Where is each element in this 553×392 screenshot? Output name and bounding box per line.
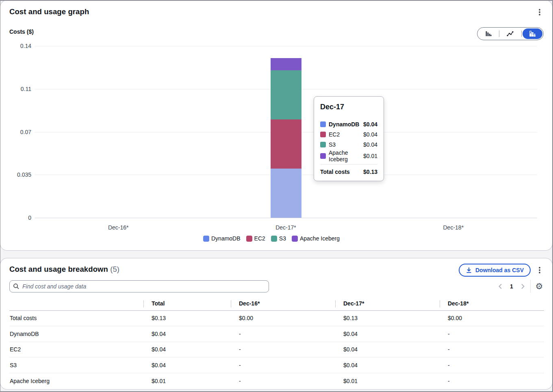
value-cell: - — [440, 326, 544, 342]
cost-and-usage-graph-card: Cost and usage graph Costs ($) — [0, 0, 552, 250]
page: Cost and usage graph Costs ($) — [0, 0, 553, 392]
value-cell: $0.04 — [143, 342, 231, 357]
chevron-left-icon — [498, 284, 502, 289]
value-cell: - — [231, 326, 335, 342]
tooltip-row-ec2: EC2$0.04 — [320, 131, 377, 138]
table-column-header[interactable]: Total — [143, 299, 231, 310]
bar-segment-s3[interactable] — [271, 70, 301, 119]
table-column-header[interactable]: Dec-17* — [335, 299, 440, 310]
graph-card-title: Cost and usage graph — [9, 7, 89, 16]
tooltip-divider — [320, 164, 377, 165]
table-column-header[interactable]: Dec-18* — [440, 299, 544, 310]
chart-tooltip: Dec-17 DynamoDB$0.04EC2$0.04S3$0.04Apach… — [314, 96, 384, 181]
y-tick-label: 0.035 — [3, 171, 31, 178]
value-cell: - — [231, 373, 335, 389]
tooltip-title: Dec-17 — [320, 103, 377, 111]
download-as-csv-button[interactable]: Download as CSV — [459, 264, 531, 277]
row-label-cell: S3 — [9, 357, 143, 373]
x-tick-label: Dec-17* — [262, 224, 310, 231]
chart-type-segmented-control — [477, 27, 544, 40]
column-divider — [335, 300, 336, 308]
value-cell: $0.04 — [143, 357, 231, 373]
tooltip-row-apache-iceberg: Apache Iceberg$0.01 — [320, 149, 377, 162]
line-chart-icon — [507, 30, 514, 37]
tooltip-swatch — [320, 142, 326, 147]
table-header-row: TotalDec-16*Dec-17*Dec-18* — [9, 299, 544, 310]
tooltip-series-value: $0.01 — [363, 153, 377, 159]
download-icon — [466, 267, 472, 273]
y-tick-label: 0.11 — [3, 86, 31, 92]
value-cell: $0.04 — [335, 357, 440, 373]
legend-swatch — [271, 236, 277, 242]
legend-label: EC2 — [254, 235, 265, 242]
value-cell: $0.04 — [335, 326, 440, 342]
y-tick-label: 0.14 — [3, 43, 31, 49]
table-row: Total costs$0.13$0.00$0.13$0.00 — [9, 310, 544, 326]
breakdown-card-menu-button[interactable] — [534, 265, 545, 275]
graph-card-menu-button[interactable] — [534, 7, 545, 17]
chart-type-stacked-bar-segment[interactable] — [523, 28, 542, 39]
tooltip-total-row: Total costs $0.13 — [320, 169, 377, 175]
chart-legend: DynamoDBEC2S3Apache Iceberg — [0, 235, 542, 242]
legend-item-ec2[interactable]: EC2 — [246, 235, 265, 242]
column-divider — [231, 300, 231, 308]
value-cell: $0.00 — [231, 310, 335, 326]
bar-segment-dynamodb[interactable] — [271, 169, 301, 218]
chart-type-line-segment[interactable] — [500, 28, 520, 39]
tooltip-series-label: DynamoDB — [329, 121, 363, 128]
previous-page-button[interactable] — [494, 281, 506, 292]
value-cell: $0.13 — [335, 310, 440, 326]
bar-segment-apache-iceberg[interactable] — [271, 58, 301, 70]
value-cell: - — [231, 357, 335, 373]
next-page-button[interactable] — [517, 281, 529, 292]
table-settings-button[interactable]: ⚙ — [533, 281, 545, 292]
legend-item-s3[interactable]: S3 — [271, 235, 286, 242]
tooltip-total-label: Total costs — [320, 169, 350, 175]
row-label-cell: DynamoDB — [9, 326, 143, 342]
gridline — [35, 218, 537, 218]
value-cell: $0.04 — [335, 342, 440, 357]
bar-chart-icon — [485, 30, 492, 37]
column-divider — [440, 300, 440, 308]
value-cell: $0.00 — [440, 310, 544, 326]
legend-item-dynamodb[interactable]: DynamoDB — [203, 235, 241, 242]
table-row: Apache Iceberg$0.01-$0.01- — [9, 373, 544, 389]
y-tick-label: 0 — [3, 214, 31, 221]
tooltip-series-value: $0.04 — [363, 121, 377, 128]
table-row: DynamoDB$0.04-$0.04- — [9, 326, 544, 342]
tooltip-series-label: S3 — [329, 141, 363, 148]
cost-breakdown-table: TotalDec-16*Dec-17*Dec-18* Total costs$0… — [9, 299, 544, 389]
search-input[interactable] — [22, 283, 265, 290]
tooltip-series-label: Apache Iceberg — [329, 149, 363, 162]
table-column-header[interactable]: Dec-16* — [231, 299, 335, 310]
tooltip-swatch — [320, 121, 326, 127]
chart-type-bar-segment[interactable] — [478, 28, 498, 39]
row-label-cell: Total costs — [9, 310, 143, 326]
tooltip-series-label: EC2 — [329, 131, 363, 138]
y-tick-label: 0.07 — [3, 129, 31, 135]
value-cell: $0.01 — [143, 373, 231, 389]
legend-label: Apache Iceberg — [300, 235, 340, 242]
window-edge-left — [0, 0, 0, 392]
search-box — [9, 280, 269, 292]
column-divider — [143, 300, 144, 308]
legend-item-apache-iceberg[interactable]: Apache Iceberg — [292, 235, 340, 242]
pagination: 1 — [494, 280, 529, 292]
value-cell: - — [231, 342, 335, 357]
legend-swatch — [246, 236, 252, 242]
y-axis-title: Costs ($) — [9, 28, 34, 35]
value-cell: - — [440, 373, 544, 389]
gridline — [35, 46, 537, 46]
legend-swatch — [292, 236, 298, 242]
value-cell: - — [440, 342, 544, 357]
breakdown-counter: (5) — [110, 265, 119, 273]
x-tick-label: Dec-16* — [94, 224, 143, 231]
bar-segment-ec2[interactable] — [271, 119, 301, 169]
gear-icon: ⚙ — [536, 282, 543, 291]
value-cell: $0.13 — [143, 310, 231, 326]
current-page-number[interactable]: 1 — [506, 283, 517, 290]
legend-label: S3 — [279, 235, 286, 242]
chevron-right-icon — [521, 284, 525, 289]
breakdown-title-text: Cost and usage breakdown — [9, 265, 108, 273]
tooltip-swatch — [320, 153, 326, 159]
